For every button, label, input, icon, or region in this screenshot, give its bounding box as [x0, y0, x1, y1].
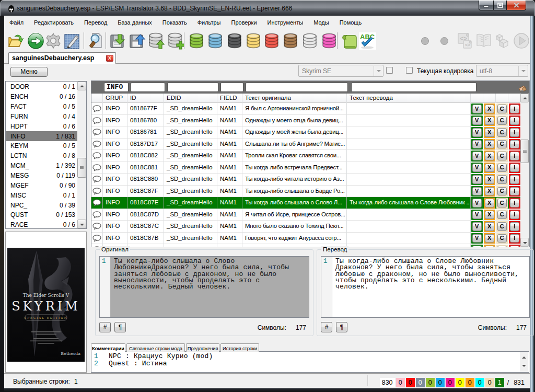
bottom-tab[interactable]: Комментарии — [91, 343, 125, 352]
spellcheck-abc-icon[interactable]: ABC — [358, 31, 376, 50]
database-icon[interactable] — [282, 31, 299, 50]
comments-scrollbar[interactable] — [520, 352, 528, 372]
ignore-button[interactable]: I — [510, 117, 519, 125]
paragraph-button[interactable]: ¶ — [336, 322, 347, 332]
copy-button[interactable]: C — [497, 128, 507, 137]
reject-button[interactable]: X — [485, 246, 494, 247]
database-icon[interactable] — [226, 31, 243, 50]
copy-button[interactable]: C — [497, 164, 507, 172]
column-header[interactable]: ID — [127, 94, 164, 103]
encoding-select[interactable]: utf-8 — [476, 65, 528, 77]
save-export-icon[interactable] — [128, 31, 146, 50]
database-upload-icon[interactable] — [147, 31, 165, 50]
menu-item[interactable]: Перевод — [79, 17, 112, 28]
clear-filters-icon[interactable] — [518, 83, 528, 92]
reject-button[interactable]: X — [485, 152, 494, 160]
ignore-button[interactable]: I — [510, 152, 519, 160]
filter-id-input[interactable] — [131, 83, 165, 92]
ignore-button[interactable]: I — [510, 187, 519, 196]
copy-button[interactable]: C — [497, 234, 507, 243]
ignore-button[interactable]: I — [510, 175, 519, 184]
database-icon[interactable] — [188, 31, 205, 50]
reject-button[interactable]: X — [485, 187, 494, 196]
table-row[interactable]: INFO 0818677F _SD_dreamHello NAM1 Я был … — [91, 103, 521, 115]
record-type-item[interactable]: MCM_ 1 / 392 — [6, 161, 77, 171]
reject-button[interactable]: X — [485, 175, 494, 184]
column-header[interactable]: Текст оригинала — [242, 94, 347, 103]
ignore-button[interactable]: I — [510, 128, 519, 137]
database-icon[interactable] — [320, 31, 338, 50]
table-row[interactable]: INFO 0818C880 _SD_dreamHello NAM1 Ты ког… — [91, 174, 521, 186]
save-import-icon[interactable] — [109, 31, 126, 50]
table-row[interactable]: INFO 0818C87B _SD_dreamHello NAM1 Говоря… — [91, 233, 521, 245]
filter-field-input[interactable] — [220, 83, 243, 92]
table-scrollbar[interactable] — [520, 94, 529, 247]
validate-button[interactable]: V — [472, 164, 482, 172]
ignore-button[interactable]: I — [510, 140, 519, 149]
script-scroll-icon[interactable] — [340, 31, 358, 50]
record-type-item[interactable]: KEYM 0 / 5 — [6, 141, 77, 151]
hash-button[interactable]: # — [321, 322, 332, 332]
filter-grup-input[interactable]: INFO — [104, 83, 129, 92]
validate-button[interactable]: V — [472, 117, 482, 125]
validate-button[interactable]: V — [472, 152, 482, 160]
ignore-button[interactable]: I — [510, 222, 519, 231]
filter-translation-input[interactable] — [351, 83, 476, 92]
ignore-button[interactable]: I — [510, 105, 519, 113]
reject-button[interactable]: X — [485, 211, 494, 220]
copy-button[interactable]: C — [497, 140, 507, 149]
table-row[interactable]: INFO 08186780 _SD_dreamHello NAM1 Однажд… — [91, 115, 521, 127]
reject-button[interactable]: X — [485, 199, 494, 207]
copy-button[interactable]: C — [497, 222, 507, 231]
menu-item[interactable]: Файл — [4, 17, 29, 28]
edit-grid-icon[interactable] — [63, 31, 81, 50]
menu-item[interactable]: База данных — [112, 17, 157, 28]
minimize-button[interactable] — [479, 1, 494, 10]
ignore-button[interactable]: I — [510, 199, 519, 207]
ignore-button[interactable]: I — [510, 211, 519, 220]
launch-icon[interactable] — [27, 31, 44, 50]
copy-button[interactable]: C — [497, 199, 507, 207]
database-icon[interactable] — [301, 31, 319, 50]
menu-item[interactable]: Помощь — [334, 17, 367, 28]
table-row[interactable]: V X C I — [91, 244, 521, 247]
menu-item[interactable]: Моды — [308, 17, 334, 28]
copy-button[interactable]: C — [497, 152, 507, 160]
translation-text[interactable]: Ты когда-либо слышала о Слове Любовник Д… — [333, 257, 529, 317]
validate-button[interactable]: V — [472, 128, 482, 137]
database-icon[interactable] — [245, 31, 262, 50]
close-button[interactable] — [507, 1, 526, 10]
document-tab[interactable]: sanguinesDebauchery.esp X — [8, 52, 116, 64]
ignore-button[interactable]: I — [510, 164, 519, 172]
record-type-item[interactable]: RACE 0 / 6 — [6, 220, 77, 228]
validate-button[interactable]: V — [472, 222, 482, 231]
settings-gear-icon[interactable] — [44, 31, 62, 50]
column-header[interactable]: FIELD — [217, 94, 242, 103]
ignore-button[interactable]: I — [510, 234, 519, 243]
paragraph-button[interactable]: ¶ — [114, 322, 126, 332]
menu-item[interactable]: Редактировать — [29, 17, 79, 28]
table-row[interactable]: INFO 0818C882 _SD_dreamHello NAM1 Тролли… — [91, 150, 521, 162]
copy-button[interactable]: C — [497, 117, 507, 125]
validate-button[interactable]: V — [472, 234, 482, 243]
encoding-checkbox[interactable] — [406, 67, 413, 74]
copy-button[interactable]: C — [497, 175, 507, 184]
menu-item[interactable]: Инструменты — [262, 17, 309, 28]
column-header[interactable]: Текст перевода — [347, 94, 471, 103]
record-type-item[interactable]: MESG 0 / 119 — [6, 171, 77, 181]
record-type-item[interactable]: HDPT 0 / 6 — [6, 121, 77, 131]
validate-button[interactable]: V — [472, 211, 482, 220]
tab-close-icon[interactable]: X — [106, 55, 113, 62]
menu-button[interactable]: Меню — [10, 67, 48, 77]
table-row[interactable]: INFO 08186781 _SD_dreamHello NAM1 Однажд… — [91, 126, 521, 139]
table-row[interactable]: INFO 0818C87C _SD_dreamHello NAM1 Много … — [91, 221, 521, 233]
validate-button[interactable]: V — [472, 199, 482, 207]
filter-edid-input[interactable] — [167, 83, 218, 92]
table-row[interactable]: INFO 0818C87F _SD_dreamHello NAM1 Ты ког… — [91, 186, 521, 198]
record-type-item[interactable]: QUST 0 / 153 — [6, 210, 77, 220]
ignore-button[interactable]: I — [510, 246, 519, 247]
validate-button[interactable]: V — [472, 187, 482, 196]
copy-button[interactable]: C — [497, 211, 507, 220]
reject-button[interactable]: X — [485, 140, 494, 149]
database-icon[interactable] — [263, 31, 281, 50]
